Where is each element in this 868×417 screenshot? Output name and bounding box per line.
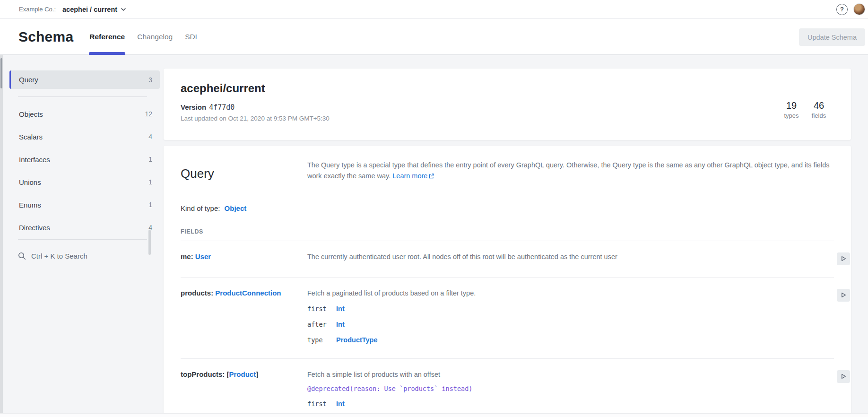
sidebar-item-count: 4 (148, 133, 152, 140)
tab-bar: ReferenceChangelogSDL (89, 19, 200, 54)
stat-value: 46 (810, 100, 827, 111)
sidebar-item-interfaces[interactable]: Interfaces1 (9, 148, 160, 171)
arg-type-link[interactable]: ProductType (336, 336, 378, 344)
left-scrollbar-thumb[interactable] (0, 58, 2, 88)
field-args: firstIntafterInttypeProductType (307, 305, 834, 344)
run-in-explorer-button[interactable] (837, 252, 850, 265)
field-name: topProducts: [Product] (181, 370, 307, 408)
sidebar-item-count: 1 (148, 156, 152, 163)
schema-stats: 19types46fields (783, 100, 827, 119)
field-name: products: ProductConnection (181, 289, 307, 344)
run-in-explorer-button[interactable] (837, 289, 850, 302)
type-name: Query (181, 166, 307, 189)
tab-reference[interactable]: Reference (89, 19, 125, 54)
arg-type-link[interactable]: Int (336, 305, 345, 313)
sidebar-item-label: Enums (19, 201, 41, 209)
version-value: 4f77d0 (209, 103, 234, 112)
sidebar-item-count: 3 (148, 76, 152, 84)
sidebar-item-count: 12 (145, 110, 152, 118)
field-description: Fetch a simple list of products with an … (307, 370, 834, 379)
arg-type-link[interactable]: Int (336, 321, 345, 328)
chevron-down-icon (121, 8, 126, 11)
field-type-link[interactable]: User (195, 252, 211, 261)
type-bracket-close: ] (256, 370, 258, 378)
fields-list: me: UserThe currently authenticated user… (181, 241, 834, 417)
stat-fields: 46fields (810, 100, 827, 119)
arg-type-link[interactable]: Int (336, 400, 345, 408)
content-area: Query3Objects12Scalars4Interfaces1Unions… (0, 55, 868, 417)
sidebar-search[interactable]: Ctrl + K to Search (9, 244, 160, 267)
external-link-icon (429, 171, 434, 182)
app-window: Example Co.: acephei / current ? Schema … (0, 0, 868, 417)
learn-more-label: Learn more (392, 172, 427, 180)
bottom-scrollbar-track[interactable] (0, 413, 868, 417)
kind-label: Kind of type: (181, 204, 220, 212)
stat-label: types (783, 112, 800, 119)
sidebar-item-query[interactable]: Query3 (9, 70, 160, 89)
top-bar: Example Co.: acephei / current ? (0, 0, 868, 19)
field-body: The currently authenticated user root. A… (307, 252, 834, 261)
search-icon (18, 252, 26, 260)
field-args: firstInt (307, 400, 834, 408)
sidebar-item-scalars[interactable]: Scalars4 (9, 125, 160, 148)
stat-label: fields (810, 112, 827, 119)
kind-value-link[interactable]: Object (225, 204, 247, 212)
sidebar-item-unions[interactable]: Unions1 (9, 171, 160, 193)
learn-more-link[interactable]: Learn more (392, 172, 434, 180)
left-scrollbar-track[interactable] (0, 55, 3, 413)
sidebar-item-label: Scalars (19, 133, 43, 141)
org-label: Example Co.: (19, 6, 56, 13)
run-in-explorer-button[interactable] (837, 370, 850, 383)
field-name: me: User (181, 252, 307, 261)
field-row: topProducts: [Product]Fetch a simple lis… (181, 358, 834, 417)
arg-name: first (307, 305, 336, 313)
graph-selector-label: acephei / current (62, 6, 117, 13)
field-row: products: ProductConnectionFetch a pagin… (181, 277, 834, 358)
field-arg: typeProductType (307, 336, 834, 344)
sidebar-search-hint: Ctrl + K to Search (31, 252, 87, 260)
sidebar-nav: Query3Objects12Scalars4Interfaces1Unions… (9, 70, 160, 240)
sidebar-item-label: Interfaces (19, 156, 50, 164)
field-arg: afterInt (307, 321, 834, 329)
sidebar-item-label: Objects (19, 110, 43, 118)
field-type-link[interactable]: Product (229, 370, 256, 378)
field-type-link[interactable]: ProductConnection (215, 289, 281, 297)
field-description: The currently authenticated user root. A… (307, 252, 834, 261)
sidebar-item-label: Unions (19, 178, 41, 186)
sidebar-item-objects[interactable]: Objects12 (9, 103, 160, 125)
sidebar-item-enums[interactable]: Enums1 (9, 193, 160, 216)
field-arg: firstInt (307, 400, 834, 408)
field-name-label: products: (181, 289, 215, 297)
arg-name: type (307, 336, 336, 344)
graph-selector[interactable]: acephei / current (61, 4, 127, 15)
graph-overview-card: acephei/current Version4f77d0 Last updat… (164, 69, 851, 140)
field-arg: firstInt (307, 305, 834, 313)
sidebar-scrollbar-thumb[interactable] (148, 230, 151, 255)
field-body: Fetch a paginated list of products based… (307, 289, 834, 344)
type-description-text: The Query type is a special type that de… (307, 161, 829, 180)
help-icon[interactable]: ? (836, 4, 848, 15)
divider (18, 96, 147, 97)
field-name-label: me: (181, 252, 195, 261)
arg-name: after (307, 321, 336, 328)
stat-value: 19 (783, 100, 800, 111)
fields-heading: FIELDS (181, 228, 834, 235)
sidebar-item-count: 1 (148, 201, 152, 208)
deprecated-directive: @deprecated(reason: Use `products` inste… (307, 385, 834, 392)
sidebar-item-directives[interactable]: Directives4 (9, 216, 160, 239)
topbar-right: ? (836, 3, 865, 15)
tab-changelog[interactable]: Changelog (137, 19, 173, 54)
sidebar-item-count: 1 (148, 178, 152, 186)
last-updated: Last updated on Oct 21, 2020 at 9:53 PM … (181, 114, 834, 123)
update-schema-button[interactable]: Update Schema (799, 28, 865, 46)
divider (18, 239, 147, 240)
kind-of-type-row: Kind of type: Object (181, 204, 834, 212)
sidebar-item-label: Directives (19, 224, 50, 232)
sidebar-item-label: Query (19, 76, 38, 84)
version-line: Version4f77d0 (181, 103, 834, 112)
version-label: Version (181, 103, 206, 111)
arg-name: first (307, 400, 336, 408)
tab-sdl[interactable]: SDL (184, 19, 200, 54)
avatar[interactable] (853, 3, 865, 15)
type-reference-card: Query The Query type is a special type t… (164, 146, 851, 417)
